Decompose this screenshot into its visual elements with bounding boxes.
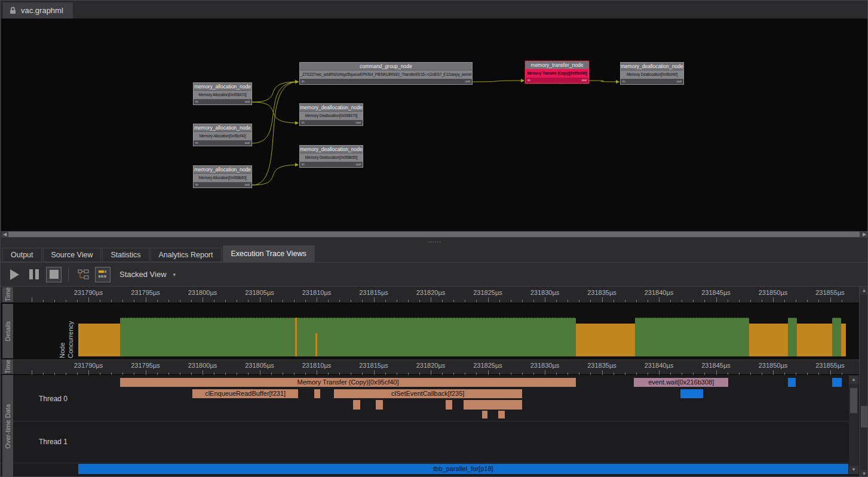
port-out-label: out	[356, 162, 361, 167]
port-out-label: out	[245, 182, 250, 187]
scroll-right-icon[interactable]: ▶	[861, 231, 868, 238]
stop-button[interactable]	[46, 267, 62, 282]
section-strip-details[interactable]: Details	[2, 304, 13, 358]
scrollbar-thumb[interactable]	[8, 232, 860, 237]
graph-edge	[589, 81, 619, 82]
node-detail: Memory Allocation[0x958470]	[194, 91, 251, 99]
graph-node-memory_allocation_node[interactable]: memory_allocation_nodeMemory Allocation[…	[193, 124, 252, 146]
panel-tab-source-view[interactable]: Source View	[43, 248, 102, 262]
ruler-tick	[784, 373, 785, 375]
graph-node-memory_deallocation_node[interactable]: memory_deallocation_nodeMemory Deallocat…	[620, 62, 684, 85]
concurrency-segment-green	[635, 318, 749, 356]
scroll-down-icon[interactable]: ▼	[849, 466, 858, 474]
section-strip-time-bottom[interactable]: Time	[2, 359, 13, 374]
trace-bar[interactable]: clSetEventCallback[f235]	[334, 389, 522, 398]
trace-bar-small[interactable]	[314, 389, 320, 398]
panel-splitter[interactable]: ......	[1, 238, 868, 245]
scroll-left-icon[interactable]: ◀	[1, 231, 8, 238]
ruler-tick-label: 231805µs	[245, 362, 274, 369]
trace-bar[interactable]: tbb_parallel_for[p18]	[78, 464, 848, 474]
ruler-tick-label: 231810µs	[302, 289, 332, 296]
trace-bar-small[interactable]	[446, 400, 452, 410]
trace-bar-small[interactable]	[376, 400, 382, 410]
graph-node-command_group_node[interactable]: command_group_node_ZTSZZ7vec_addRN2cl4sy…	[299, 62, 473, 85]
trace-bar[interactable]: clEnqueueReadBuffer[f231]	[192, 389, 299, 398]
port-in-label: in	[195, 182, 198, 187]
trace-bar-small[interactable]	[832, 378, 841, 387]
section-strip-overtime[interactable]: Over-time Data	[2, 375, 13, 477]
trace-toolbar: Stacked View ▾	[1, 262, 868, 286]
graph-canvas[interactable]: memory_allocation_nodeMemory Allocation[…	[1, 19, 868, 231]
port-in-label: in	[302, 162, 305, 167]
trace-bar[interactable]: event.wait[0x216b308]	[634, 378, 729, 387]
node-title: memory_deallocation_node	[300, 146, 363, 153]
ruler-tick	[88, 297, 89, 302]
graph-node-memory_allocation_node[interactable]: memory_allocation_nodeMemory Allocation[…	[193, 82, 252, 105]
graph-node-memory_deallocation_node[interactable]: memory_deallocation_nodeMemory Deallocat…	[299, 145, 363, 168]
ruler-tick	[499, 300, 500, 302]
ruler-tick	[568, 300, 568, 302]
node-detail: Memory Deallocation[0x958b50]	[300, 153, 363, 162]
port-in-label: in	[302, 79, 305, 84]
section-strip-time-top[interactable]: Time	[2, 287, 13, 302]
view-mode-selector[interactable]: Stacked View	[119, 270, 167, 279]
scroll-down-icon[interactable]: ▼	[860, 470, 868, 477]
tree-view-button[interactable]	[75, 267, 91, 282]
scroll-up-icon[interactable]: ▲	[860, 287, 868, 295]
trace-bar-small[interactable]	[482, 411, 488, 418]
ruler-tick	[431, 370, 431, 375]
panel-tab-statistics[interactable]: Statistics	[102, 248, 149, 262]
play-button[interactable]	[7, 267, 22, 282]
document-tab[interactable]: vac.graphml	[3, 2, 73, 19]
ruler-tick-label: 231825µs	[473, 362, 502, 369]
graph-node-memory_deallocation_node[interactable]: memory_deallocation_nodeMemory Deallocat…	[299, 103, 363, 126]
scrollbar-thumb[interactable]	[850, 388, 857, 413]
ruler-tick	[260, 370, 260, 375]
trace-bar-small[interactable]	[464, 400, 522, 410]
ruler-tick	[180, 373, 180, 375]
ruler-tick	[214, 373, 214, 375]
ruler-tick-label: 231820µs	[416, 362, 446, 369]
trace-bar-small[interactable]	[353, 400, 360, 410]
section-label-time-top: Time	[4, 287, 11, 301]
ruler-tick	[556, 300, 557, 302]
graph-node-memory_allocation_node[interactable]: memory_allocation_nodeMemory Allocation[…	[193, 165, 252, 188]
scroll-up-icon[interactable]: ▲	[849, 376, 858, 384]
ruler-tick	[488, 297, 489, 302]
trace-bar[interactable]: Memory Transfer (Copy)[0x95cf40]	[120, 378, 575, 387]
ruler-tick	[453, 373, 454, 375]
ruler-tick	[77, 373, 78, 375]
play-icon	[10, 269, 19, 280]
ruler-tick-label: 231790µs	[74, 362, 103, 369]
trace-bar-small[interactable]	[498, 411, 505, 418]
ruler-tick	[168, 373, 169, 375]
overtime-vertical-scrollbar[interactable]: ▲ ▼	[849, 376, 858, 474]
ruler-tick-label: 231815µs	[359, 362, 388, 369]
scrollbar-thumb[interactable]	[861, 406, 868, 427]
panel-tab-analytics-report[interactable]: Analytics Report	[151, 248, 222, 262]
port-in-label: in	[195, 140, 198, 146]
panel-tab-output[interactable]: Output	[2, 248, 42, 262]
ruler-tick	[704, 373, 705, 375]
node-title: memory_allocation_node	[194, 124, 251, 132]
ruler-tick	[830, 297, 831, 302]
trace-bar-small[interactable]	[788, 378, 796, 387]
ruler-tick	[362, 300, 363, 302]
trace-vertical-scrollbar[interactable]: ▲ ▼	[859, 287, 868, 477]
pause-button[interactable]	[26, 267, 42, 282]
graph-edge	[252, 82, 298, 102]
chevron-down-icon[interactable]: ▾	[173, 272, 176, 278]
thread-label-1: Thread 1	[39, 438, 68, 446]
stacked-view-button[interactable]	[95, 267, 111, 282]
ruler-tick-label: 231850µs	[759, 362, 788, 369]
port-out-label: out	[465, 79, 470, 84]
node-title: memory_allocation_node	[194, 166, 251, 174]
ruler-tick-label: 231830µs	[530, 289, 560, 296]
ruler-tick-label: 231810µs	[302, 362, 332, 369]
ruler-tick-label: 231835µs	[587, 289, 617, 296]
trace-bar-small[interactable]	[680, 389, 703, 398]
ruler-tick	[203, 370, 203, 375]
graph-node-memory_transfer_node[interactable]: memory_transfer_nodeMemory Transfer (Cop…	[525, 61, 589, 84]
panel-tab-execution-trace-views[interactable]: Execution Trace Views	[223, 245, 315, 262]
ruler-tick	[716, 297, 717, 302]
